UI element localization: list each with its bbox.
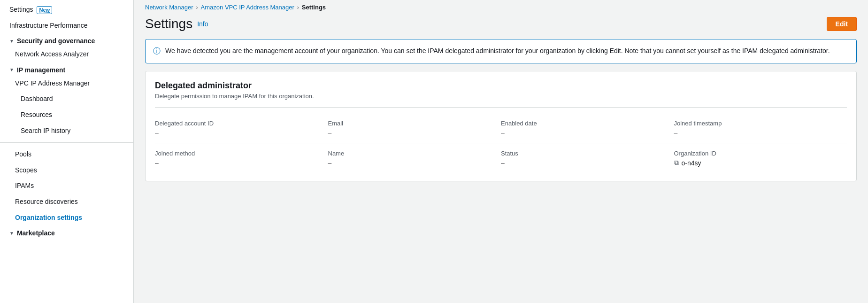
field-value: –: [501, 129, 667, 136]
field-label: Name: [328, 150, 494, 157]
breadcrumb: Network Manager › Amazon VPC IP Address …: [134, 0, 868, 15]
alert-box: ⓘ We have detected you are the managemen…: [145, 39, 857, 63]
settings-label: Settings: [9, 6, 33, 13]
breadcrumb-amazon-vpc-ip-address-manager[interactable]: Amazon VPC IP Address Manager: [201, 4, 294, 11]
field-value: –: [328, 159, 494, 166]
chevron-down-icon: ▼: [9, 231, 14, 236]
sidebar-item-resources[interactable]: Resources: [0, 107, 133, 123]
page-header: Settings Info Edit: [134, 15, 868, 39]
field-label: Email: [328, 120, 494, 127]
page-title: Settings: [145, 16, 192, 31]
alert-text: We have detected you are the management …: [165, 46, 830, 56]
field-organization-id: Organization ID ⧉ o-n4sy: [674, 145, 847, 171]
sidebar-item-dashboard[interactable]: Dashboard: [0, 91, 133, 107]
card-subtitle: Delegate permission to manage IPAM for t…: [155, 93, 847, 100]
breadcrumb-current: Settings: [302, 4, 326, 11]
main-content: Network Manager › Amazon VPC IP Address …: [134, 0, 868, 303]
info-circle-icon: ⓘ: [153, 47, 161, 56]
field-label: Joined timestamp: [674, 120, 840, 127]
page-title-row: Settings Info: [145, 16, 208, 31]
breadcrumb-sep-2: ›: [297, 4, 299, 11]
field-value: ⧉ o-n4sy: [674, 159, 840, 167]
sidebar-item-infrastructure-performance[interactable]: Infrastructure Performance: [0, 18, 133, 34]
field-joined-timestamp: Joined timestamp –: [674, 115, 847, 141]
sidebar-section-marketplace[interactable]: ▼ Marketplace: [0, 225, 133, 239]
chevron-down-icon: ▼: [9, 67, 14, 72]
sidebar-item-pools[interactable]: Pools: [0, 147, 133, 163]
card-row-divider: [155, 143, 847, 143]
org-id-value: o-n4sy: [682, 159, 701, 167]
sidebar-item-ipams[interactable]: IPAMs: [0, 178, 133, 194]
copy-icon[interactable]: ⧉: [674, 159, 679, 167]
field-email: Email –: [328, 115, 501, 141]
sidebar-item-vpc-ip-address-manager[interactable]: VPC IP Address Manager: [0, 76, 133, 92]
field-value: –: [155, 129, 321, 136]
field-value: –: [328, 129, 494, 136]
card-title: Delegated administrator: [155, 81, 847, 91]
sidebar: Settings New Infrastructure Performance …: [0, 0, 134, 303]
edit-button[interactable]: Edit: [827, 17, 857, 31]
field-label: Status: [501, 150, 667, 157]
sidebar-divider: [0, 142, 133, 143]
field-value: –: [501, 159, 667, 166]
chevron-down-icon: ▼: [9, 39, 14, 44]
sidebar-nav: Settings New Infrastructure Performance …: [0, 0, 133, 241]
field-name: Name –: [328, 145, 501, 171]
info-button[interactable]: Info: [197, 20, 208, 28]
breadcrumb-network-manager[interactable]: Network Manager: [145, 4, 193, 11]
sidebar-section-security-governance[interactable]: ▼ Security and governance: [0, 33, 133, 47]
field-label: Delegated account ID: [155, 120, 321, 127]
field-joined-method: Joined method –: [155, 145, 328, 171]
sidebar-item-search-ip-history[interactable]: Search IP history: [0, 123, 133, 139]
card-divider: [155, 107, 847, 108]
sidebar-item-resource-discoveries[interactable]: Resource discoveries: [0, 194, 133, 210]
sidebar-item-network-access-analyzer[interactable]: Network Access Analyzer: [0, 47, 133, 62]
field-label: Organization ID: [674, 150, 840, 157]
sidebar-item-settings[interactable]: Settings New: [0, 2, 133, 18]
sidebar-section-ip-management[interactable]: ▼ IP management: [0, 62, 133, 76]
new-badge: New: [37, 6, 52, 14]
field-value: –: [155, 159, 321, 166]
breadcrumb-sep-1: ›: [196, 4, 198, 11]
sidebar-item-scopes[interactable]: Scopes: [0, 163, 133, 179]
field-label: Joined method: [155, 150, 321, 157]
sidebar-item-organization-settings[interactable]: Organization settings: [0, 210, 133, 226]
delegated-admin-card: Delegated administrator Delegate permiss…: [145, 71, 857, 181]
field-enabled-date: Enabled date –: [501, 115, 674, 141]
field-delegated-account-id: Delegated account ID –: [155, 115, 328, 141]
field-value: –: [674, 129, 840, 136]
card-grid-row1: Delegated account ID – Email – Enabled d…: [155, 115, 847, 171]
field-status: Status –: [501, 145, 674, 171]
field-label: Enabled date: [501, 120, 667, 127]
